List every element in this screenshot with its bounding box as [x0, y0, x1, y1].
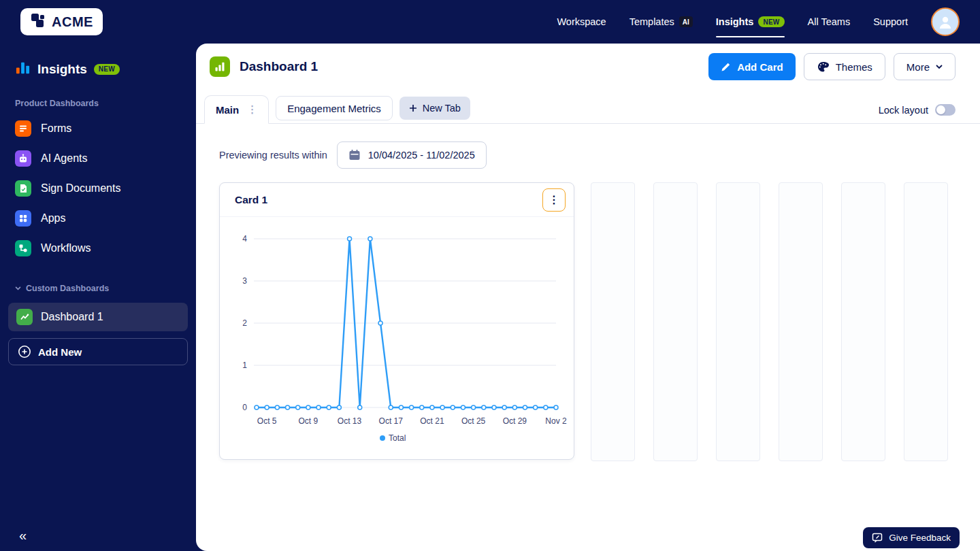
svg-text:Oct 21: Oct 21 — [420, 416, 444, 426]
sidebar: Insights NEW Product Dashboards Forms AI… — [0, 44, 196, 551]
dashboard-grid: Card 1 ⋮ 01234Oct 5Oct 9Oct 13Oct 17Oct … — [219, 182, 956, 461]
acme-logo-icon — [30, 12, 46, 31]
person-icon — [938, 14, 953, 29]
nav-templates[interactable]: Templates AI — [630, 16, 693, 27]
svg-text:Oct 5: Oct 5 — [257, 416, 277, 426]
insights-icon — [15, 60, 31, 78]
chevron-down-icon — [15, 286, 21, 290]
svg-text:Oct 17: Oct 17 — [379, 416, 404, 426]
plus-circle-icon — [18, 345, 31, 358]
card-menu-button[interactable]: ⋮ — [542, 188, 566, 212]
sidebar-title: Insights NEW — [0, 60, 196, 78]
sign-documents-icon — [15, 180, 31, 197]
top-nav: Workspace Templates AI Insights NEW All … — [557, 7, 960, 36]
svg-text:Oct 29: Oct 29 — [503, 416, 527, 426]
date-row: Previewing results within 10/04/2025 - 1… — [219, 141, 956, 169]
sidebar-item-ai-agents[interactable]: AI Agents — [0, 144, 196, 173]
lock-layout-label: Lock layout — [879, 105, 928, 116]
ai-badge: AI — [679, 16, 693, 27]
themes-button[interactable]: Themes — [804, 53, 885, 80]
new-tab-button[interactable]: New Tab — [399, 97, 470, 120]
sidebar-item-forms[interactable]: Forms — [0, 114, 196, 144]
svg-text:4: 4 — [242, 234, 247, 244]
nav-support[interactable]: Support — [873, 16, 908, 27]
svg-text:1: 1 — [242, 361, 247, 370]
empty-grid-columns — [591, 182, 948, 461]
grid-column-placeholder — [591, 182, 635, 461]
sidebar-new-badge: NEW — [94, 64, 120, 75]
date-range-value: 10/04/2025 - 11/02/2025 — [368, 150, 475, 161]
dashboard-1-icon — [16, 309, 33, 325]
tabs-row: Main ⋮ Engagement Metrics New Tab Lock l… — [204, 95, 956, 124]
nav-insights[interactable]: Insights NEW — [716, 16, 785, 27]
grid-column-placeholder — [904, 182, 948, 461]
avatar[interactable] — [931, 7, 960, 36]
svg-text:Nov 2: Nov 2 — [545, 416, 567, 426]
sidebar-title-text: Insights — [37, 62, 87, 77]
sidebar-item-workflows[interactable]: Workflows — [0, 233, 196, 263]
panel-header: Dashboard 1 Add Card Themes M — [196, 44, 980, 80]
date-range-picker[interactable]: 10/04/2025 - 11/02/2025 — [337, 141, 487, 169]
add-card-button[interactable]: Add Card — [708, 53, 796, 80]
add-new-button[interactable]: Add New — [8, 338, 188, 365]
feedback-icon — [872, 532, 883, 544]
svg-text:Oct 25: Oct 25 — [461, 416, 486, 426]
collapse-sidebar-button[interactable]: « — [15, 527, 31, 544]
calendar-icon — [348, 149, 361, 161]
give-feedback-button[interactable]: Give Feedback — [863, 527, 960, 548]
sidebar-item-dashboard-1[interactable]: Dashboard 1 — [8, 303, 188, 331]
apps-icon — [15, 210, 31, 227]
forms-icon — [15, 120, 31, 137]
card-title: Card 1 — [235, 194, 267, 206]
custom-dashboards-section[interactable]: Custom Dashboards — [15, 284, 181, 293]
svg-text:0: 0 — [242, 403, 247, 412]
tab-engagement-metrics[interactable]: Engagement Metrics — [276, 96, 393, 120]
grid-column-placeholder — [779, 182, 823, 461]
logo-text: ACME — [52, 14, 93, 30]
acme-logo[interactable]: ACME — [20, 8, 103, 35]
nav-workspace[interactable]: Workspace — [557, 16, 606, 27]
grid-column-placeholder — [653, 182, 698, 461]
more-button[interactable]: More — [894, 53, 956, 80]
tab-options-icon[interactable]: ⋮ — [247, 103, 257, 116]
caret-down-icon — [936, 65, 943, 69]
pencil-icon — [721, 62, 731, 72]
ai-agents-icon — [15, 150, 31, 167]
tab-main[interactable]: Main ⋮ — [204, 95, 269, 124]
toggle-knob — [936, 105, 945, 114]
svg-text:Total: Total — [389, 433, 406, 443]
card-chart: 01234Oct 5Oct 9Oct 13Oct 17Oct 21Oct 25O… — [227, 221, 567, 446]
svg-text:2: 2 — [242, 318, 247, 328]
palette-icon — [817, 61, 830, 73]
nav-all-teams[interactable]: All Teams — [808, 16, 851, 27]
card-1: Card 1 ⋮ 01234Oct 5Oct 9Oct 13Oct 17Oct … — [219, 182, 574, 460]
lock-layout-toggle[interactable] — [935, 104, 956, 116]
dashboard-icon — [210, 56, 230, 77]
grid-column-placeholder — [841, 182, 885, 461]
svg-text:Oct 9: Oct 9 — [299, 416, 318, 426]
plus-icon — [409, 104, 417, 112]
main-panel: Dashboard 1 Add Card Themes M — [196, 44, 980, 551]
product-dashboards-label: Product Dashboards — [15, 99, 181, 108]
workflows-icon — [15, 240, 31, 256]
card-header: Card 1 ⋮ — [220, 183, 574, 217]
page-title: Dashboard 1 — [240, 59, 318, 74]
svg-text:Oct 13: Oct 13 — [338, 416, 362, 426]
topbar: ACME Workspace Templates AI Insights NEW… — [0, 0, 980, 44]
preview-label: Previewing results within — [219, 150, 327, 161]
grid-column-placeholder — [716, 182, 760, 461]
sidebar-item-apps[interactable]: Apps — [0, 203, 196, 233]
sidebar-item-sign-documents[interactable]: Sign Documents — [0, 173, 196, 203]
new-badge: NEW — [758, 16, 784, 27]
svg-text:3: 3 — [242, 276, 247, 286]
